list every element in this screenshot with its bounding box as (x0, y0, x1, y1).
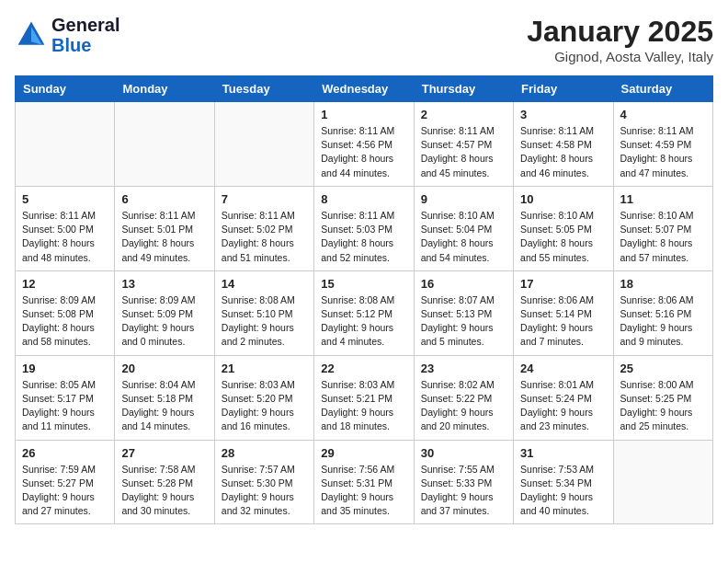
week-row-3: 12Sunrise: 8:09 AM Sunset: 5:08 PM Dayli… (16, 270, 713, 355)
day-cell-6: 6Sunrise: 8:11 AM Sunset: 5:01 PM Daylig… (115, 186, 214, 270)
day-cell-24: 24Sunrise: 8:01 AM Sunset: 5:24 PM Dayli… (514, 355, 613, 440)
day-number: 21 (222, 362, 307, 375)
day-cell-21: 21Sunrise: 8:03 AM Sunset: 5:20 PM Dayli… (214, 355, 313, 440)
day-number: 14 (222, 277, 307, 291)
weekday-header-tuesday: Tuesday (214, 76, 313, 102)
day-info: Sunrise: 7:56 AM Sunset: 5:31 PM Dayligh… (321, 463, 406, 519)
day-info: Sunrise: 8:07 AM Sunset: 5:13 PM Dayligh… (421, 293, 506, 350)
day-number: 13 (121, 277, 207, 291)
month-title: January 2025 (527, 15, 713, 49)
day-info: Sunrise: 8:05 AM Sunset: 5:17 PM Dayligh… (22, 378, 108, 434)
weekday-header-saturday: Saturday (613, 76, 712, 102)
day-number: 23 (421, 362, 506, 375)
day-cell-25: 25Sunrise: 8:00 AM Sunset: 5:25 PM Dayli… (613, 355, 712, 440)
day-info: Sunrise: 7:58 AM Sunset: 5:28 PM Dayligh… (121, 463, 207, 519)
day-info: Sunrise: 7:55 AM Sunset: 5:33 PM Dayligh… (421, 463, 506, 519)
empty-cell (16, 102, 115, 187)
day-number: 3 (520, 108, 606, 121)
weekday-header-wednesday: Wednesday (314, 76, 414, 102)
day-info: Sunrise: 8:06 AM Sunset: 5:16 PM Dayligh… (620, 293, 706, 350)
day-info: Sunrise: 8:08 AM Sunset: 5:12 PM Dayligh… (321, 293, 406, 350)
day-number: 22 (321, 362, 406, 375)
calendar-table: SundayMondayTuesdayWednesdayThursdayFrid… (15, 75, 713, 524)
day-info: Sunrise: 8:01 AM Sunset: 5:24 PM Dayligh… (520, 378, 606, 434)
day-info: Sunrise: 8:09 AM Sunset: 5:08 PM Dayligh… (22, 293, 108, 350)
day-number: 17 (520, 277, 606, 291)
day-cell-30: 30Sunrise: 7:55 AM Sunset: 5:33 PM Dayli… (414, 440, 513, 524)
location: Gignod, Aosta Valley, Italy (527, 49, 713, 64)
day-info: Sunrise: 8:11 AM Sunset: 4:57 PM Dayligh… (421, 124, 506, 180)
day-info: Sunrise: 8:04 AM Sunset: 5:18 PM Dayligh… (121, 378, 207, 434)
day-info: Sunrise: 8:00 AM Sunset: 5:25 PM Dayligh… (620, 378, 706, 434)
empty-cell (214, 102, 313, 187)
day-cell-19: 19Sunrise: 8:05 AM Sunset: 5:17 PM Dayli… (16, 355, 115, 440)
day-info: Sunrise: 8:02 AM Sunset: 5:22 PM Dayligh… (421, 378, 506, 434)
day-cell-23: 23Sunrise: 8:02 AM Sunset: 5:22 PM Dayli… (414, 355, 513, 440)
day-info: Sunrise: 8:11 AM Sunset: 5:03 PM Dayligh… (321, 209, 406, 265)
weekday-header-row: SundayMondayTuesdayWednesdayThursdayFrid… (16, 76, 713, 102)
day-cell-27: 27Sunrise: 7:58 AM Sunset: 5:28 PM Dayli… (115, 440, 214, 524)
title-block: January 2025 Gignod, Aosta Valley, Italy (527, 15, 713, 64)
day-info: Sunrise: 8:11 AM Sunset: 4:59 PM Dayligh… (620, 124, 706, 180)
empty-cell (115, 102, 214, 187)
week-row-5: 26Sunrise: 7:59 AM Sunset: 5:27 PM Dayli… (16, 440, 713, 524)
day-number: 18 (620, 277, 706, 291)
day-cell-3: 3Sunrise: 8:11 AM Sunset: 4:58 PM Daylig… (514, 102, 613, 187)
day-info: Sunrise: 8:03 AM Sunset: 5:20 PM Dayligh… (222, 378, 307, 434)
day-info: Sunrise: 8:10 AM Sunset: 5:04 PM Dayligh… (421, 209, 506, 265)
day-cell-8: 8Sunrise: 8:11 AM Sunset: 5:03 PM Daylig… (314, 186, 414, 270)
day-info: Sunrise: 8:11 AM Sunset: 4:58 PM Dayligh… (520, 124, 606, 180)
day-cell-15: 15Sunrise: 8:08 AM Sunset: 5:12 PM Dayli… (314, 270, 414, 355)
day-number: 29 (321, 446, 406, 460)
day-cell-20: 20Sunrise: 8:04 AM Sunset: 5:18 PM Dayli… (115, 355, 214, 440)
day-info: Sunrise: 8:11 AM Sunset: 4:56 PM Dayligh… (321, 124, 406, 180)
day-cell-2: 2Sunrise: 8:11 AM Sunset: 4:57 PM Daylig… (414, 102, 513, 187)
day-number: 6 (121, 192, 207, 206)
day-info: Sunrise: 7:59 AM Sunset: 5:27 PM Dayligh… (22, 463, 108, 519)
day-cell-31: 31Sunrise: 7:53 AM Sunset: 5:34 PM Dayli… (514, 440, 613, 524)
logo-text: General Blue (51, 15, 119, 55)
day-info: Sunrise: 8:11 AM Sunset: 5:02 PM Dayligh… (222, 209, 307, 265)
week-row-4: 19Sunrise: 8:05 AM Sunset: 5:17 PM Dayli… (16, 355, 713, 440)
day-cell-12: 12Sunrise: 8:09 AM Sunset: 5:08 PM Dayli… (16, 270, 115, 355)
week-row-2: 5Sunrise: 8:11 AM Sunset: 5:00 PM Daylig… (16, 186, 713, 270)
day-number: 24 (520, 362, 606, 375)
day-number: 28 (222, 446, 307, 460)
day-cell-7: 7Sunrise: 8:11 AM Sunset: 5:02 PM Daylig… (214, 186, 313, 270)
day-info: Sunrise: 8:08 AM Sunset: 5:10 PM Dayligh… (222, 293, 307, 350)
day-info: Sunrise: 8:03 AM Sunset: 5:21 PM Dayligh… (321, 378, 406, 434)
day-number: 1 (321, 108, 406, 121)
day-number: 11 (620, 192, 706, 206)
day-cell-1: 1Sunrise: 8:11 AM Sunset: 4:56 PM Daylig… (314, 102, 414, 187)
day-info: Sunrise: 8:11 AM Sunset: 5:01 PM Dayligh… (121, 209, 207, 265)
week-row-1: 1Sunrise: 8:11 AM Sunset: 4:56 PM Daylig… (16, 102, 713, 187)
weekday-header-monday: Monday (115, 76, 214, 102)
day-number: 16 (421, 277, 506, 291)
day-number: 7 (222, 192, 307, 206)
day-info: Sunrise: 8:10 AM Sunset: 5:05 PM Dayligh… (520, 209, 606, 265)
day-number: 8 (321, 192, 406, 206)
day-cell-22: 22Sunrise: 8:03 AM Sunset: 5:21 PM Dayli… (314, 355, 414, 440)
day-number: 31 (520, 446, 606, 460)
empty-cell (613, 440, 712, 524)
day-number: 9 (421, 192, 506, 206)
day-number: 5 (22, 192, 108, 206)
day-cell-11: 11Sunrise: 8:10 AM Sunset: 5:07 PM Dayli… (613, 186, 712, 270)
day-number: 25 (620, 362, 706, 375)
day-cell-26: 26Sunrise: 7:59 AM Sunset: 5:27 PM Dayli… (16, 440, 115, 524)
day-cell-9: 9Sunrise: 8:10 AM Sunset: 5:04 PM Daylig… (414, 186, 513, 270)
day-info: Sunrise: 8:09 AM Sunset: 5:09 PM Dayligh… (121, 293, 207, 350)
day-number: 20 (121, 362, 207, 375)
day-cell-16: 16Sunrise: 8:07 AM Sunset: 5:13 PM Dayli… (414, 270, 513, 355)
day-cell-14: 14Sunrise: 8:08 AM Sunset: 5:10 PM Dayli… (214, 270, 313, 355)
day-number: 15 (321, 277, 406, 291)
day-number: 26 (22, 446, 108, 460)
day-cell-29: 29Sunrise: 7:56 AM Sunset: 5:31 PM Dayli… (314, 440, 414, 524)
day-cell-13: 13Sunrise: 8:09 AM Sunset: 5:09 PM Dayli… (115, 270, 214, 355)
day-number: 12 (22, 277, 108, 291)
weekday-header-thursday: Thursday (414, 76, 513, 102)
logo-icon (15, 18, 48, 52)
day-info: Sunrise: 7:53 AM Sunset: 5:34 PM Dayligh… (520, 463, 606, 519)
day-number: 30 (421, 446, 506, 460)
day-info: Sunrise: 8:11 AM Sunset: 5:00 PM Dayligh… (22, 209, 108, 265)
